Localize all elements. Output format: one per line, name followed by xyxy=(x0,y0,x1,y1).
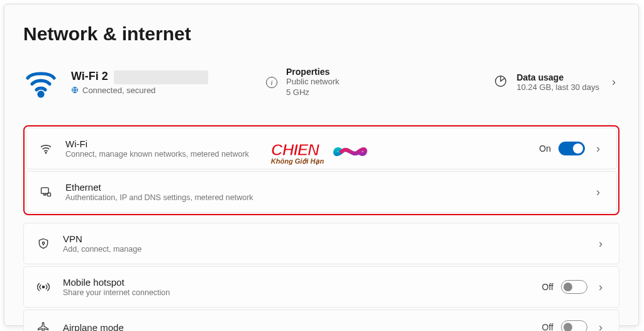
wifi-title: Wi-Fi xyxy=(65,138,526,149)
wifi-signal-icon xyxy=(23,65,58,100)
network-name: Wi-Fi 2 xyxy=(71,70,208,84)
network-status: Connected, secured xyxy=(71,86,208,95)
properties-network-type: Public network xyxy=(286,77,340,87)
connection-status-row: Wi-Fi 2 Connected, secured i Properties … xyxy=(23,65,619,100)
hotspot-setting-row[interactable]: Mobile hotspot Share your internet conne… xyxy=(23,266,619,308)
wifi-toggle-label: On xyxy=(539,143,551,154)
chevron-right-icon[interactable]: › xyxy=(608,76,619,89)
wifi-desc: Connect, manage known networks, metered … xyxy=(65,150,526,159)
usage-title: Data usage xyxy=(516,72,599,82)
hotspot-desc: Share your internet connection xyxy=(63,288,530,297)
svg-point-3 xyxy=(45,152,47,154)
page-title: Network & internet xyxy=(23,23,619,45)
pie-chart-icon xyxy=(494,74,508,91)
airplane-title: Airplane mode xyxy=(63,322,530,332)
wifi-icon xyxy=(39,142,53,155)
vpn-desc: Add, connect, manage xyxy=(63,245,582,254)
svg-rect-4 xyxy=(42,188,49,193)
data-usage-block[interactable]: Data usage 10.24 GB, last 30 days xyxy=(494,72,599,93)
svg-point-0 xyxy=(39,93,43,96)
shield-icon xyxy=(36,237,50,250)
ethernet-setting-row[interactable]: Ethernet Authentication, IP and DNS sett… xyxy=(26,171,617,213)
chevron-right-icon[interactable]: › xyxy=(595,237,606,250)
airplane-icon xyxy=(36,320,50,331)
hotspot-title: Mobile hotspot xyxy=(63,277,530,288)
info-icon: i xyxy=(266,77,277,88)
chevron-right-icon[interactable]: › xyxy=(592,186,604,199)
chevron-right-icon[interactable]: › xyxy=(595,281,606,294)
ethernet-title: Ethernet xyxy=(65,182,580,193)
properties-band: 5 GHz xyxy=(286,87,340,98)
ethernet-icon xyxy=(39,185,53,199)
hotspot-toggle[interactable] xyxy=(561,280,587,294)
properties-block[interactable]: i Properties Public network 5 GHz xyxy=(266,67,340,98)
hotspot-icon xyxy=(36,280,50,294)
globe-icon xyxy=(71,86,79,94)
usage-amount: 10.24 GB, last 30 days xyxy=(516,82,599,93)
highlighted-group: Wi-Fi Connect, manage known networks, me… xyxy=(23,125,619,215)
chevron-right-icon[interactable]: › xyxy=(592,142,604,155)
ethernet-desc: Authentication, IP and DNS settings, met… xyxy=(65,193,580,202)
current-network-block: Wi-Fi 2 Connected, secured xyxy=(71,70,253,94)
svg-point-6 xyxy=(42,242,44,244)
airplane-toggle-label: Off xyxy=(542,322,553,331)
hotspot-toggle-label: Off xyxy=(542,282,553,292)
wifi-toggle[interactable] xyxy=(558,142,585,155)
svg-point-7 xyxy=(42,286,44,288)
properties-title: Properties xyxy=(286,67,340,77)
airplane-setting-row[interactable]: Airplane mode Off › xyxy=(23,310,619,331)
wifi-setting-row[interactable]: Wi-Fi Connect, manage known networks, me… xyxy=(26,128,617,169)
airplane-toggle[interactable] xyxy=(561,320,587,331)
vpn-title: VPN xyxy=(63,233,582,244)
chevron-right-icon[interactable]: › xyxy=(595,321,606,332)
redacted-ssid xyxy=(114,70,208,84)
vpn-setting-row[interactable]: VPN Add, connect, manage › xyxy=(23,223,619,264)
